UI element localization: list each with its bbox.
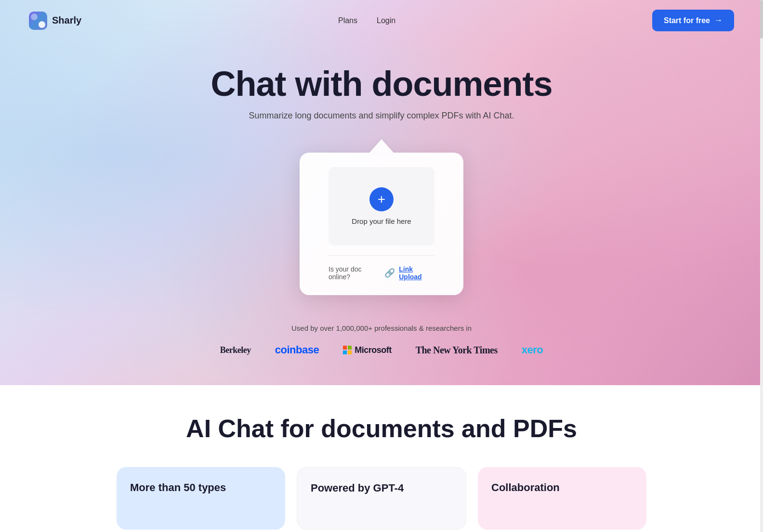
divider bbox=[329, 255, 434, 256]
logos-row: Berkeley coinbase Microsoft The New York… bbox=[220, 344, 543, 356]
link-upload-row: Is your doc online? 🔗 Link Upload bbox=[329, 265, 434, 281]
hero-subtitle: Summarize long documents and simplify co… bbox=[249, 111, 514, 121]
feature-card-types: More than 50 types bbox=[117, 467, 285, 530]
bottom-title: AI Chat for documents and PDFs bbox=[186, 414, 577, 443]
card-pointer bbox=[369, 138, 394, 153]
drop-text: Drop your file here bbox=[352, 217, 411, 225]
feature-card-gpt4: Powered by GPT-4 bbox=[297, 467, 466, 530]
feature-card-types-title: More than 50 types bbox=[130, 481, 226, 493]
hero-content: Chat with documents Summarize long docum… bbox=[0, 41, 763, 295]
arrow-icon: → bbox=[714, 15, 723, 26]
plus-icon: + bbox=[369, 187, 394, 211]
coinbase-logo: coinbase bbox=[275, 344, 319, 356]
nav-login[interactable]: Login bbox=[377, 16, 395, 25]
microsoft-logo: Microsoft bbox=[343, 345, 392, 355]
xero-logo: xero bbox=[522, 344, 543, 356]
feature-cards: More than 50 types Powered by GPT-4 Coll… bbox=[117, 467, 646, 530]
sharly-logo-icon bbox=[29, 12, 47, 30]
social-proof: Used by over 1,000,000+ professionals & … bbox=[0, 324, 763, 385]
nav-links: Plans Login bbox=[338, 16, 395, 25]
berkeley-logo: Berkeley bbox=[220, 345, 251, 355]
feature-card-collab-title: Collaboration bbox=[491, 481, 560, 493]
microsoft-grid-icon bbox=[343, 346, 352, 354]
bottom-section: AI Chat for documents and PDFs More than… bbox=[0, 385, 763, 532]
online-doc-label: Is your doc online? bbox=[329, 265, 381, 281]
hero-title: Chat with documents bbox=[210, 65, 552, 103]
social-proof-text: Used by over 1,000,000+ professionals & … bbox=[291, 324, 472, 332]
feature-card-collab: Collaboration bbox=[478, 467, 646, 530]
logo-area: Sharly bbox=[29, 12, 81, 30]
start-for-free-button[interactable]: Start for free → bbox=[652, 10, 734, 31]
upload-card: + Drop your file here Is your doc online… bbox=[300, 153, 463, 295]
navbar: Sharly Plans Login Start for free → bbox=[0, 0, 763, 41]
brand-name: Sharly bbox=[52, 15, 81, 26]
feature-card-gpt4-title: Powered by GPT-4 bbox=[311, 482, 404, 494]
nav-plans[interactable]: Plans bbox=[338, 16, 357, 25]
nyt-logo: The New York Times bbox=[416, 345, 498, 356]
link-icon: 🔗 bbox=[384, 268, 395, 278]
upload-card-wrapper: + Drop your file here Is your doc online… bbox=[300, 138, 463, 295]
link-upload-button[interactable]: Link Upload bbox=[399, 265, 434, 281]
hero-section: Sharly Plans Login Start for free → Chat… bbox=[0, 0, 763, 385]
drop-zone[interactable]: + Drop your file here bbox=[329, 167, 434, 246]
